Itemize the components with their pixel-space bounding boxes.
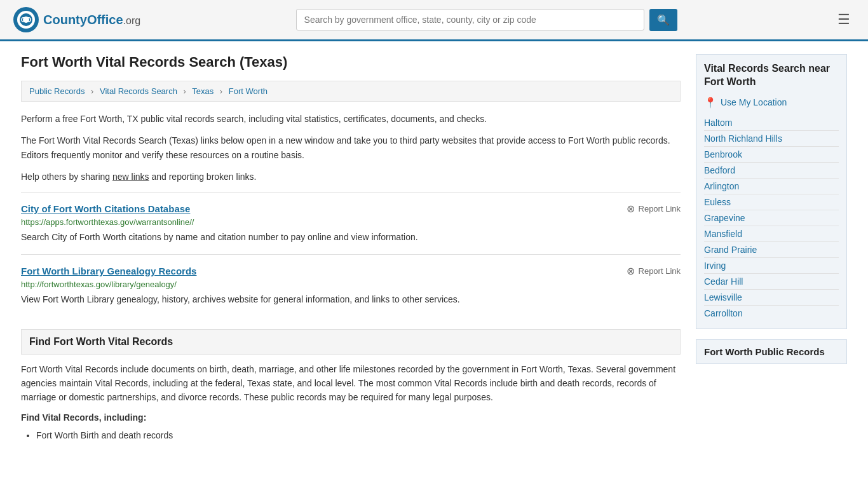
sidebar-city-5[interactable]: Euless (704, 194, 839, 210)
svg-text:CO: CO (21, 16, 32, 24)
record-header-0: City of Fort Worth Citations Database ⊗ … (21, 203, 681, 215)
list-item-0: Fort Worth Birth and death records (36, 428, 681, 444)
search-input[interactable] (296, 9, 644, 30)
sidebar-city-0[interactable]: Haltom (704, 115, 839, 131)
record-desc-1: View Fort Worth Library genealogy, histo… (21, 293, 681, 306)
logo-area: CO CountyOffice.org (13, 6, 140, 33)
sidebar-city-9[interactable]: Irving (704, 258, 839, 274)
sidebar-city-2[interactable]: Benbrook (704, 147, 839, 163)
breadcrumb-public-records[interactable]: Public Records (29, 86, 85, 96)
record-header-1: Fort Worth Library Genealogy Records ⊗ R… (21, 265, 681, 277)
report-label-1: Report Link (639, 266, 681, 276)
main-content: Fort Worth Vital Records Search (Texas) … (21, 54, 681, 444)
sidebar-city-6[interactable]: Grapevine (704, 210, 839, 226)
sidebar-city-3[interactable]: Bedford (704, 163, 839, 179)
sidebar-nearby-title: Vital Records Search near Fort Worth (704, 62, 839, 89)
header-right: ☰ (832, 9, 855, 30)
record-item-0: City of Fort Worth Citations Database ⊗ … (21, 192, 681, 254)
report-icon-1: ⊗ (627, 265, 635, 277)
breadcrumb-sep-2: › (184, 86, 186, 96)
sidebar-city-11[interactable]: Lewisville (704, 290, 839, 306)
logo-icon: CO (13, 6, 39, 33)
record-url-1: http://fortworthtexas.gov/library/geneal… (21, 280, 681, 289)
description-3: Help others by sharing new links and rep… (21, 170, 681, 184)
hamburger-icon: ☰ (837, 11, 850, 27)
breadcrumb-fort-worth[interactable]: Fort Worth (229, 86, 268, 96)
breadcrumb-sep-1: › (91, 86, 93, 96)
desc3-text: Help others by sharing (21, 172, 110, 182)
report-label-0: Report Link (639, 204, 681, 214)
sidebar: Vital Records Search near Fort Worth 📍 U… (696, 54, 847, 444)
page-title: Fort Worth Vital Records Search (Texas) (21, 54, 681, 71)
breadcrumb-sep-3: › (220, 86, 222, 96)
sidebar-city-4[interactable]: Arlington (704, 179, 839, 194)
record-title-0[interactable]: City of Fort Worth Citations Database (21, 203, 190, 214)
nearby-search-box: Vital Records Search near Fort Worth 📍 U… (696, 54, 847, 329)
sidebar-city-1[interactable]: North Richland Hills (704, 131, 839, 147)
public-records-title: Fort Worth Public Records (696, 339, 847, 364)
sidebar-city-12[interactable]: Carrollton (704, 306, 839, 321)
sidebar-city-7[interactable]: Mansfield (704, 226, 839, 242)
description-2: The Fort Worth Vital Records Search (Tex… (21, 133, 681, 162)
sidebar-city-8[interactable]: Grand Prairie (704, 242, 839, 258)
record-title-1[interactable]: Fort Worth Library Genealogy Records (21, 266, 196, 276)
search-button[interactable]: 🔍 (649, 9, 677, 31)
header: CO CountyOffice.org 🔍 ☰ (0, 0, 868, 41)
find-section-list: Fort Worth Birth and death records (36, 428, 681, 444)
report-icon-0: ⊗ (627, 203, 635, 215)
report-link-0[interactable]: ⊗ Report Link (627, 203, 681, 215)
menu-button[interactable]: ☰ (832, 9, 855, 30)
report-link-1[interactable]: ⊗ Report Link (627, 265, 681, 277)
breadcrumb-texas[interactable]: Texas (192, 86, 214, 96)
nearby-cities-list: HaltomNorth Richland HillsBenbrookBedfor… (704, 115, 839, 321)
record-item-1: Fort Worth Library Genealogy Records ⊗ R… (21, 254, 681, 316)
find-section-subheading: Find Vital Records, including: (21, 412, 681, 423)
find-section-body: Fort Worth Vital Records include documen… (21, 362, 681, 405)
find-vital-records-section: Find Fort Worth Vital Records (21, 329, 681, 355)
breadcrumb-vital-records[interactable]: Vital Records Search (100, 86, 177, 96)
description-1: Perform a free Fort Worth, TX public vit… (21, 112, 681, 126)
record-desc-0: Search City of Forth Worth citations by … (21, 231, 681, 244)
find-section-title: Find Fort Worth Vital Records (29, 336, 173, 347)
page-container: Fort Worth Vital Records Search (Texas) … (8, 41, 860, 456)
use-my-location-link[interactable]: Use My Location (721, 97, 787, 107)
record-url-0: https://apps.fortworthtexas.gov/warrants… (21, 217, 681, 227)
breadcrumb: Public Records › Vital Records Search › … (21, 81, 681, 102)
use-my-location-item[interactable]: 📍 Use My Location (704, 97, 839, 109)
pin-icon: 📍 (704, 97, 717, 109)
search-bar: 🔍 (296, 9, 677, 31)
sidebar-city-10[interactable]: Cedar Hill (704, 274, 839, 290)
new-links-link[interactable]: new links (112, 172, 149, 182)
search-icon: 🔍 (657, 15, 670, 25)
desc3b-text: and reporting broken links. (151, 172, 256, 182)
logo-text: CountyOffice.org (43, 13, 140, 27)
